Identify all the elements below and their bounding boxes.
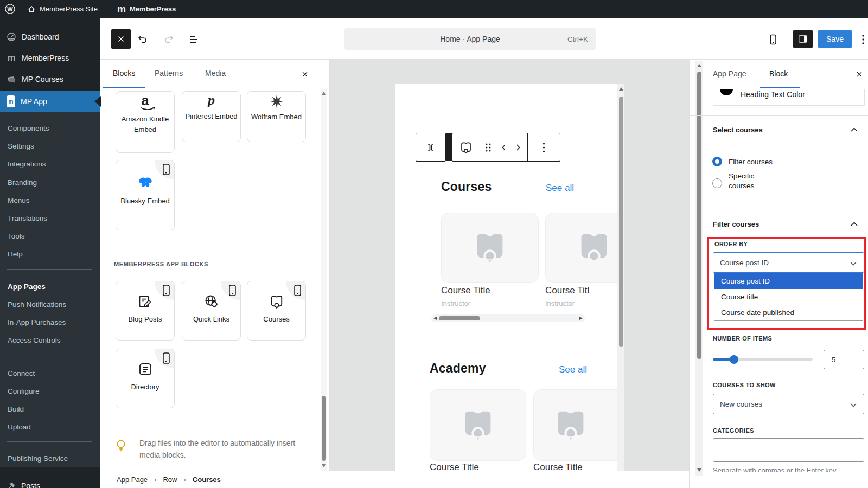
scrollbar-thumb[interactable] [439, 316, 480, 320]
close-settings-button[interactable] [853, 68, 865, 80]
tab-media[interactable]: Media [205, 69, 226, 78]
scrollbar-thumb[interactable] [619, 97, 623, 347]
block-bluesky-embed[interactable]: Bluesky Embed [116, 160, 175, 230]
wp-admin-sidebar: Dashboard m MemberPress MP Courses m MP … [0, 18, 100, 488]
tab-app-page[interactable]: App Page [713, 69, 746, 78]
scroll-down-arrow[interactable] [697, 468, 701, 472]
tab-block[interactable]: Block [769, 69, 788, 78]
scroll-right-arrow[interactable] [579, 317, 583, 320]
submenu-item-components[interactable]: Components [0, 119, 100, 137]
undo-button[interactable] [135, 32, 150, 47]
block-quick-links[interactable]: Quick Links [182, 281, 241, 341]
scrollbar-thumb[interactable] [697, 72, 701, 359]
editor-canvas[interactable]: Courses See all Course Title Instructor … [330, 60, 689, 471]
close-inserter-x[interactable] [299, 68, 311, 80]
settings-sidebar-toggle[interactable] [793, 30, 813, 48]
dropdown-option-course-date-published[interactable]: Course date published [714, 305, 863, 320]
chevron-up-icon[interactable] [850, 221, 858, 227]
more-options-button[interactable] [859, 32, 867, 47]
submenu-item-branding[interactable]: Branding [0, 174, 100, 191]
phone-badge-icon [163, 164, 170, 175]
block-courses[interactable]: Courses [247, 281, 306, 341]
tab-patterns[interactable]: Patterns [155, 69, 183, 78]
scroll-up-arrow[interactable] [619, 87, 623, 91]
number-of-items-input[interactable]: 5 [824, 350, 864, 369]
number-slider-track[interactable] [713, 358, 813, 361]
memberpress-logo-icon: m [117, 4, 126, 15]
sidebar-item-mp-app-active[interactable]: m MP App [0, 91, 100, 112]
heading-text-color-row[interactable]: Heading Text Color [713, 89, 865, 106]
scroll-up-arrow[interactable] [697, 64, 701, 67]
radio-specific-courses[interactable] [712, 178, 722, 188]
submenu-header-app-pages[interactable]: App Pages [0, 278, 100, 296]
phone-badge-icon [163, 285, 170, 296]
redo-button[interactable] [161, 32, 176, 47]
move-left-button[interactable] [497, 144, 511, 151]
radio-filter-courses[interactable] [712, 157, 722, 166]
academy-see-all-link[interactable]: See all [559, 364, 587, 375]
breadcrumb-app-page[interactable]: App Page [117, 476, 148, 484]
submenu-item-menus[interactable]: Menus [0, 191, 100, 209]
document-title-bar[interactable]: Home · App Page Ctrl+K [344, 28, 596, 50]
submenu-item-connect[interactable]: Connect [0, 364, 100, 382]
courses-to-show-select[interactable]: New courses [713, 394, 864, 414]
courses-horizontal-scrollbar[interactable] [431, 314, 585, 322]
drag-handle[interactable] [480, 143, 497, 152]
slider-thumb[interactable] [730, 355, 738, 364]
course-card[interactable] [441, 213, 539, 283]
close-inserter-button[interactable] [111, 29, 131, 49]
order-by-select[interactable]: Course post ID [713, 252, 864, 273]
block-amazon-kindle-embed[interactable]: a Amazon Kindle Embed [116, 91, 175, 153]
preview-device-button[interactable] [765, 32, 781, 47]
submenu-item-configure[interactable]: Configure [0, 382, 100, 400]
sidebar-item-dashboard[interactable]: Dashboard [0, 27, 100, 47]
tab-blocks[interactable]: Blocks [113, 69, 135, 78]
move-right-button[interactable] [511, 144, 525, 151]
sidebar-item-posts[interactable]: Posts [0, 476, 100, 488]
block-directory[interactable]: Directory [116, 349, 175, 408]
submenu-item-settings[interactable]: Settings [0, 137, 100, 155]
block-wolfram-embed[interactable]: Wolfram Embed [247, 91, 306, 142]
submenu-item-push-notifications[interactable]: Push Notifications [0, 296, 100, 313]
chevron-up-icon[interactable] [850, 127, 858, 132]
dropdown-option-course-title[interactable]: Course title [714, 289, 863, 305]
inserter-scrollbar[interactable] [321, 89, 327, 471]
course-card[interactable] [430, 389, 526, 461]
preview-scrollbar[interactable] [617, 84, 624, 471]
radio-filter-courses-label[interactable]: Filter courses [729, 158, 773, 166]
submenu-item-publishing-service[interactable]: Publishing Service [0, 450, 100, 467]
save-button[interactable]: Save [818, 30, 852, 48]
submenu-item-translations[interactable]: Translations [0, 209, 100, 227]
course-card[interactable] [533, 389, 617, 461]
block-blog-posts[interactable]: Blog Posts [116, 281, 175, 341]
submenu-item-integrations[interactable]: Integrations [0, 155, 100, 173]
sidebar-item-memberpress[interactable]: m MemberPress [0, 48, 100, 68]
dropdown-option-course-post-id[interactable]: Course post ID [714, 273, 863, 289]
submenu-item-upload[interactable]: Upload [0, 418, 100, 436]
courses-see-all-link[interactable]: See all [546, 183, 574, 194]
submenu-item-build[interactable]: Build [0, 400, 100, 418]
scroll-up-arrow[interactable] [322, 92, 326, 95]
radio-specific-courses-label[interactable]: Specific courses [729, 171, 772, 191]
submenu-item-tools[interactable]: Tools [0, 227, 100, 245]
mp-app-phone-icon: m [7, 95, 15, 107]
wp-logo-menu[interactable]: W [4, 0, 16, 18]
submenu-item-in-app-purchases[interactable]: In-App Purchases [0, 313, 100, 331]
settings-scrollbar[interactable] [695, 61, 703, 476]
submenu-item-access-controls[interactable]: Access Controls [0, 331, 100, 349]
submenu-item-help[interactable]: Help [0, 245, 100, 263]
select-parent-row-button[interactable] [416, 133, 446, 162]
breadcrumb-courses[interactable]: Courses [193, 476, 221, 484]
site-menu[interactable]: MemberPress Site [27, 0, 98, 18]
document-overview-button[interactable] [186, 32, 201, 47]
course-card[interactable] [545, 213, 617, 283]
memberpress-admin-menu[interactable]: m MemberPress [117, 0, 176, 18]
block-pinterest-embed[interactable]: p Pinterest Embed [182, 91, 241, 142]
categories-input[interactable] [713, 438, 864, 462]
block-options-button[interactable] [528, 142, 560, 153]
color-swatch-black[interactable] [720, 89, 733, 95]
breadcrumb-row[interactable]: Row [163, 476, 177, 484]
scroll-left-arrow[interactable] [433, 317, 437, 320]
sidebar-item-mp-courses[interactable]: MP Courses [0, 69, 100, 89]
courses-block-toolbar-button[interactable] [452, 140, 480, 155]
